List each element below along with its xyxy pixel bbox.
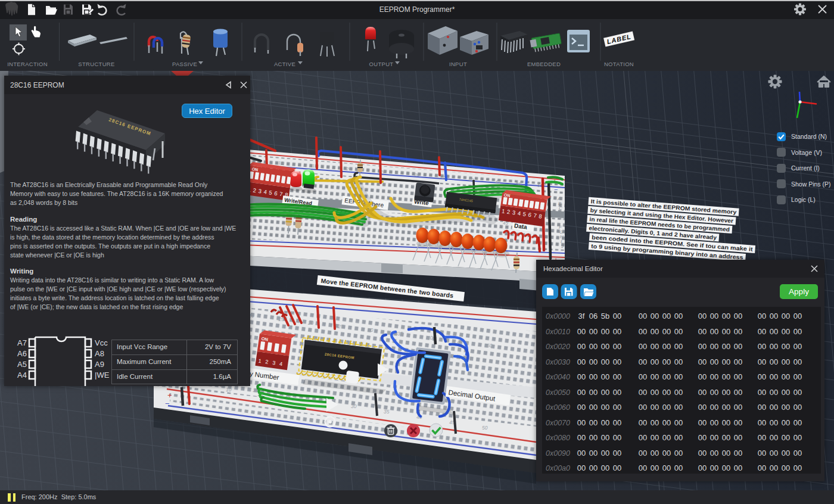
svg-text:00: 00 — [722, 312, 730, 321]
svg-text:00: 00 — [793, 388, 802, 397]
svg-text:00: 00 — [758, 403, 766, 412]
svg-text:00: 00 — [758, 433, 766, 442]
svg-text:00: 00 — [589, 433, 598, 442]
svg-text:00: 00 — [674, 372, 683, 381]
svg-text:00: 00 — [734, 312, 742, 321]
svg-text:00: 00 — [734, 388, 742, 397]
svg-text:0x0050: 0x0050 — [546, 388, 570, 397]
svg-text:00: 00 — [698, 388, 707, 397]
svg-text:00: 00 — [770, 342, 778, 351]
svg-text:00: 00 — [793, 342, 802, 351]
svg-text:00: 00 — [662, 372, 671, 381]
svg-text:30: 30 — [368, 327, 374, 333]
svg-text:−: − — [554, 186, 558, 193]
svg-text:00: 00 — [651, 403, 659, 412]
svg-text:00: 00 — [589, 357, 598, 366]
svg-text:0x0010: 0x0010 — [546, 328, 570, 336]
svg-text:00: 00 — [651, 327, 659, 336]
svg-text:00: 00 — [698, 433, 707, 442]
svg-text:INTERACTION: INTERACTION — [7, 61, 48, 67]
svg-text:00: 00 — [782, 449, 790, 458]
svg-text:3f: 3f — [578, 312, 585, 321]
svg-text:00: 00 — [722, 449, 730, 458]
svg-text:00: 00 — [722, 403, 730, 412]
svg-text:0x0060: 0x0060 — [546, 403, 570, 412]
svg-text:00: 00 — [698, 463, 707, 472]
svg-text:00: 00 — [601, 357, 609, 366]
svg-text:00: 00 — [662, 463, 671, 472]
svg-text:00: 00 — [770, 433, 778, 442]
svg-text:00: 00 — [639, 463, 647, 472]
svg-text:00: 00 — [722, 433, 730, 442]
svg-text:00: 00 — [734, 342, 742, 351]
svg-text:00: 00 — [662, 418, 671, 427]
svg-text:A5: A5 — [17, 360, 27, 369]
svg-text:00: 00 — [651, 342, 659, 351]
svg-text:00: 00 — [782, 327, 790, 336]
svg-text:00: 00 — [662, 449, 671, 458]
svg-text:00: 00 — [758, 342, 766, 351]
svg-text:00: 00 — [770, 449, 778, 458]
svg-text:00: 00 — [589, 418, 598, 427]
svg-text:00: 00 — [770, 463, 778, 472]
svg-text:00: 00 — [758, 312, 766, 321]
svg-text:INPUT: INPUT — [449, 61, 467, 67]
svg-text:10: 10 — [278, 160, 284, 166]
svg-text:00: 00 — [662, 433, 671, 442]
svg-text:00: 00 — [613, 403, 621, 412]
svg-text:00: 00 — [613, 357, 621, 366]
svg-text:|WE: |WE — [95, 371, 110, 379]
svg-text:00: 00 — [651, 463, 659, 472]
svg-text:00: 00 — [770, 312, 778, 321]
svg-text:45: 45 — [495, 179, 500, 185]
svg-text:ON: ON — [503, 193, 510, 198]
svg-text:00: 00 — [782, 357, 790, 366]
svg-text:00: 00 — [639, 312, 647, 321]
svg-text:00: 00 — [758, 372, 766, 381]
svg-text:00: 00 — [698, 312, 707, 321]
svg-text:00: 00 — [601, 418, 609, 427]
svg-text:0x0080: 0x0080 — [546, 434, 570, 442]
svg-text:A8: A8 — [95, 349, 104, 358]
svg-text:A6: A6 — [17, 349, 27, 358]
svg-text:00: 00 — [601, 388, 609, 397]
svg-text:00: 00 — [589, 372, 598, 381]
svg-text:00: 00 — [734, 449, 742, 458]
svg-text:00: 00 — [577, 327, 586, 336]
svg-text:0x0020: 0x0020 — [546, 343, 570, 351]
svg-text:ACTIVE: ACTIVE — [274, 61, 295, 67]
svg-text:00: 00 — [613, 312, 621, 321]
svg-text:20: 20 — [346, 166, 351, 172]
svg-text:00: 00 — [577, 463, 586, 472]
svg-text:00: 00 — [639, 357, 647, 366]
svg-text:00: 00 — [793, 418, 802, 427]
svg-text:00: 00 — [589, 463, 598, 472]
svg-text:PASSIVE: PASSIVE — [172, 61, 197, 67]
svg-text:E: E — [560, 215, 564, 220]
svg-text:00: 00 — [613, 327, 621, 336]
svg-text:50: 50 — [482, 425, 488, 431]
svg-text:00: 00 — [674, 357, 683, 366]
svg-text:00: 00 — [710, 372, 718, 381]
svg-text:00: 00 — [758, 449, 766, 458]
svg-text:00: 00 — [793, 449, 802, 458]
svg-text:00: 00 — [613, 372, 621, 381]
svg-text:00: 00 — [651, 433, 659, 442]
svg-text:A9: A9 — [95, 360, 104, 369]
svg-text:00: 00 — [710, 449, 718, 458]
svg-text:00: 00 — [674, 312, 683, 321]
svg-text:00: 00 — [577, 372, 586, 381]
svg-text:00: 00 — [674, 327, 683, 336]
svg-text:00: 00 — [589, 327, 598, 336]
svg-text:00: 00 — [782, 418, 790, 427]
svg-text:35: 35 — [384, 409, 390, 415]
svg-text:00: 00 — [734, 433, 742, 442]
svg-text:00: 00 — [662, 357, 671, 366]
svg-text:00: 00 — [782, 388, 790, 397]
svg-text:00: 00 — [589, 388, 598, 397]
svg-text:00: 00 — [770, 418, 778, 427]
svg-text:00: 00 — [662, 403, 671, 412]
svg-text:A4: A4 — [17, 371, 27, 379]
svg-text:00: 00 — [782, 372, 790, 381]
svg-text:00: 00 — [793, 327, 802, 336]
